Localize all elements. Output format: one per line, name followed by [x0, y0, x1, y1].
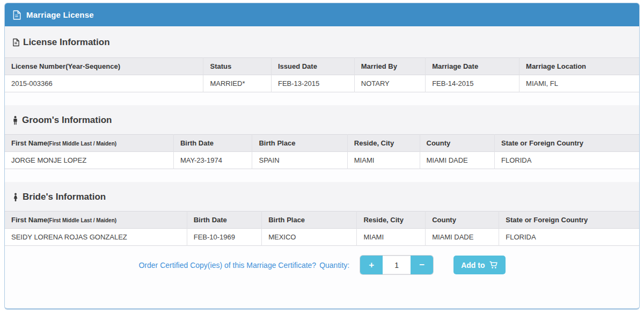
license-header-row: License Number(Year-Sequence) Status Iss…: [5, 58, 639, 75]
state-value: FLORIDA: [494, 152, 639, 169]
column-header: State or Foreign Country: [499, 212, 639, 229]
column-header: First Name(First Middle Last / Maiden): [5, 212, 187, 229]
bride-section-heading: Bride's Information: [5, 182, 639, 211]
reside-city-value: MIAMI: [347, 152, 420, 169]
issued-date-value: FEB-13-2015: [271, 75, 354, 92]
order-prompt: Order Certified Copy(ies) of this Marria…: [138, 261, 349, 270]
add-to-cart-button[interactable]: Add to: [453, 256, 505, 274]
license-number-value: 2015-003366: [5, 75, 203, 92]
groom-header-row: First Name(First Middle Last / Maiden) B…: [5, 135, 639, 152]
panel-title: Marriage License: [26, 10, 94, 19]
document-icon: [12, 38, 19, 47]
bride-table: First Name(First Middle Last / Maiden) B…: [5, 211, 639, 246]
column-header: Birth Place: [262, 212, 357, 229]
county-value: MIAMI DADE: [420, 152, 494, 169]
license-section-heading: License Information: [5, 26, 639, 57]
marriage-date-value: FEB-14-2015: [426, 75, 519, 92]
column-header: County: [420, 135, 494, 152]
column-header: License Number(Year-Sequence): [5, 58, 203, 75]
cart-icon: [489, 261, 498, 269]
spacer: [5, 169, 639, 182]
decrement-button[interactable]: −: [411, 256, 433, 274]
column-header: Reside, City: [357, 212, 426, 229]
section-title: Groom's Information: [22, 115, 112, 126]
column-header: Birth Place: [252, 135, 347, 152]
table-row: 2015-003366 MARRIED* FEB-13-2015 NOTARY …: [5, 75, 639, 92]
table-row: JORGE MONJE LOPEZ MAY-23-1974 SPAIN MIAM…: [5, 152, 639, 169]
column-header: First Name(First Middle Last / Maiden): [5, 135, 173, 152]
column-header: County: [426, 212, 499, 229]
column-header: Reside, City: [347, 135, 420, 152]
add-to-cart-label: Add to: [461, 261, 485, 270]
male-icon: [12, 116, 18, 125]
birth-date-value: FEB-10-1969: [187, 229, 261, 246]
quantity-stepper: + −: [360, 256, 433, 274]
female-icon: [12, 193, 19, 202]
column-header: Status: [203, 58, 271, 75]
bride-header-row: First Name(First Middle Last / Maiden) B…: [5, 212, 639, 229]
birth-place-value: SPAIN: [252, 152, 347, 169]
document-icon: [12, 10, 21, 20]
married-by-value: NOTARY: [354, 75, 425, 92]
groom-table: First Name(First Middle Last / Maiden) B…: [5, 134, 639, 169]
state-value: FLORIDA: [499, 229, 639, 246]
quantity-input[interactable]: [383, 256, 411, 274]
spacer: [5, 92, 639, 105]
license-table: License Number(Year-Sequence) Status Iss…: [5, 57, 639, 92]
marriage-location-value: MIAMI, FL: [519, 75, 639, 92]
marriage-license-panel: Marriage License License Information Lic…: [4, 3, 640, 310]
column-header: Marriage Date: [426, 58, 519, 75]
section-title: License Information: [23, 37, 110, 48]
table-row: SEIDY LORENA ROJAS GONZALEZ FEB-10-1969 …: [5, 229, 639, 246]
column-header: Marriage Location: [519, 58, 639, 75]
column-header: Birth Date: [173, 135, 252, 152]
status-value: MARRIED*: [203, 75, 271, 92]
column-header: Married By: [354, 58, 425, 75]
order-controls: Order Certified Copy(ies) of this Marria…: [5, 256, 639, 274]
quantity-label: Quantity:: [319, 261, 349, 270]
reside-city-value: MIAMI: [357, 229, 426, 246]
panel-titlebar: Marriage License: [5, 3, 639, 26]
bride-name-value: SEIDY LORENA ROJAS GONZALEZ: [5, 229, 187, 246]
section-title: Bride's Information: [23, 192, 106, 202]
increment-button[interactable]: +: [360, 256, 383, 274]
column-header: Issued Date: [271, 58, 354, 75]
groom-name-value: JORGE MONJE LOPEZ: [5, 152, 173, 169]
groom-section-heading: Groom's Information: [5, 105, 639, 134]
column-header: Birth Date: [187, 212, 261, 229]
county-value: MIAMI DADE: [426, 229, 499, 246]
birth-date-value: MAY-23-1974: [173, 152, 252, 169]
column-header: State or Foreign Country: [494, 135, 639, 152]
birth-place-value: MEXICO: [262, 229, 357, 246]
